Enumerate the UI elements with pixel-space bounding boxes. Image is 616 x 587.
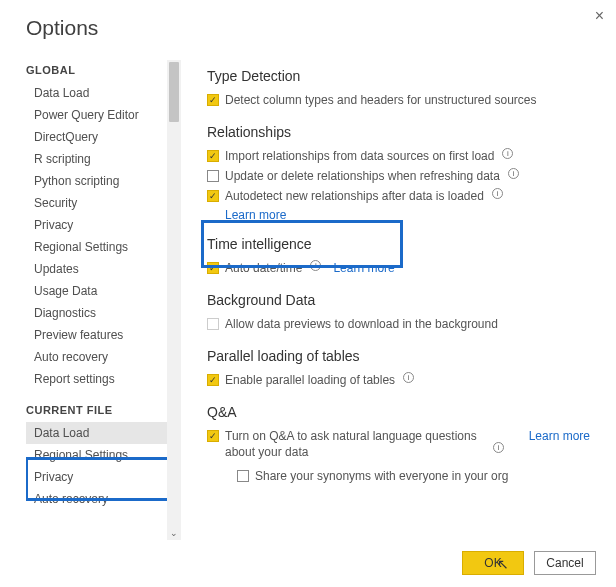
cancel-button-label: Cancel xyxy=(546,556,583,570)
footer-buttons: OK ↖ Cancel xyxy=(462,551,596,575)
section-relationships: Relationships xyxy=(207,124,596,140)
label-import-relationships: Import relationships from data sources o… xyxy=(225,148,494,164)
nav-item-data-load-current[interactable]: Data Load xyxy=(26,422,167,444)
nav-item-power-query[interactable]: Power Query Editor xyxy=(26,104,167,126)
label-auto-date-time: Auto date/time xyxy=(225,260,302,276)
checkbox-auto-date-time[interactable]: ✓ xyxy=(207,262,219,274)
scrollbar-thumb[interactable] xyxy=(169,62,179,122)
section-type-detection: Type Detection xyxy=(207,68,596,84)
dialog-title: Options xyxy=(26,16,596,40)
sidebar: GLOBAL Data Load Power Query Editor Dire… xyxy=(26,60,181,540)
info-icon[interactable]: i xyxy=(403,372,414,383)
options-dialog: × Options GLOBAL Data Load Power Query E… xyxy=(0,0,616,587)
section-time-intelligence: Time intelligence xyxy=(207,236,596,252)
nav-item-privacy-global[interactable]: Privacy xyxy=(26,214,167,236)
checkbox-parallel-loading[interactable]: ✓ xyxy=(207,374,219,386)
checkbox-background-data xyxy=(207,318,219,330)
nav-item-regional-global[interactable]: Regional Settings xyxy=(26,236,167,258)
label-detect-column-types: Detect column types and headers for unst… xyxy=(225,92,537,108)
info-icon[interactable]: i xyxy=(502,148,513,159)
nav-item-security[interactable]: Security xyxy=(26,192,167,214)
link-learn-more-time[interactable]: Learn more xyxy=(333,260,394,276)
checkbox-detect-column-types[interactable]: ✓ xyxy=(207,94,219,106)
nav-item-python-scripting[interactable]: Python scripting xyxy=(26,170,167,192)
info-icon[interactable]: i xyxy=(492,188,503,199)
nav-item-auto-recovery-global[interactable]: Auto recovery xyxy=(26,346,167,368)
info-icon[interactable]: i xyxy=(493,442,504,453)
nav-item-privacy-current[interactable]: Privacy xyxy=(26,466,167,488)
nav-item-r-scripting[interactable]: R scripting xyxy=(26,148,167,170)
link-learn-more-relationships[interactable]: Learn more xyxy=(225,208,596,222)
nav-item-diagnostics[interactable]: Diagnostics xyxy=(26,302,167,324)
nav-item-preview-features[interactable]: Preview features xyxy=(26,324,167,346)
section-background-data: Background Data xyxy=(207,292,596,308)
cancel-button[interactable]: Cancel xyxy=(534,551,596,575)
ok-button-label: OK xyxy=(484,556,501,570)
checkbox-update-relationships[interactable] xyxy=(207,170,219,182)
nav-item-data-load-global[interactable]: Data Load xyxy=(26,82,167,104)
nav-item-updates[interactable]: Updates xyxy=(26,258,167,280)
nav-group-current-file: CURRENT FILE xyxy=(26,404,167,416)
section-qa: Q&A xyxy=(207,404,596,420)
nav-item-regional-current[interactable]: Regional Settings xyxy=(26,444,167,466)
checkbox-qa[interactable]: ✓ xyxy=(207,430,219,442)
content-panel: Type Detection ✓ Detect column types and… xyxy=(181,60,596,540)
info-icon[interactable]: i xyxy=(508,168,519,179)
label-update-relationships: Update or delete relationships when refr… xyxy=(225,168,500,184)
close-icon[interactable]: × xyxy=(595,8,604,24)
nav-item-usage-data[interactable]: Usage Data xyxy=(26,280,167,302)
nav-group-global: GLOBAL xyxy=(26,64,167,76)
nav-item-report-settings[interactable]: Report settings xyxy=(26,368,167,390)
link-learn-more-qa[interactable]: Learn more xyxy=(529,428,590,444)
nav-item-directquery[interactable]: DirectQuery xyxy=(26,126,167,148)
checkbox-share-synonyms[interactable] xyxy=(237,470,249,482)
checkbox-autodetect-relationships[interactable]: ✓ xyxy=(207,190,219,202)
ok-button[interactable]: OK ↖ xyxy=(462,551,524,575)
info-icon[interactable]: i xyxy=(310,260,321,271)
sidebar-scrollbar[interactable]: ⌄ xyxy=(167,60,181,540)
label-background-data: Allow data previews to download in the b… xyxy=(225,316,498,332)
chevron-down-icon[interactable]: ⌄ xyxy=(167,528,181,538)
label-share-synonyms: Share your synonyms with everyone in you… xyxy=(255,468,508,484)
label-parallel-loading: Enable parallel loading of tables xyxy=(225,372,395,388)
section-parallel-loading: Parallel loading of tables xyxy=(207,348,596,364)
label-qa: Turn on Q&A to ask natural language ques… xyxy=(225,428,485,460)
label-autodetect-relationships: Autodetect new relationships after data … xyxy=(225,188,484,204)
checkbox-import-relationships[interactable]: ✓ xyxy=(207,150,219,162)
nav-item-auto-recovery-current[interactable]: Auto recovery xyxy=(26,488,167,510)
